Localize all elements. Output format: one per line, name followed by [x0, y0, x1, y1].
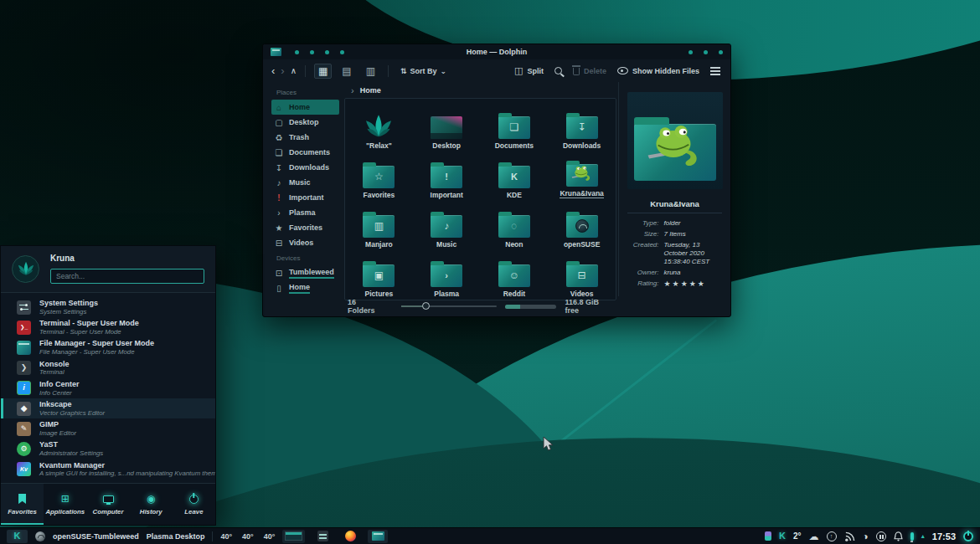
- place-music[interactable]: ♪ Music: [271, 175, 339, 190]
- task-dolphin[interactable]: [368, 530, 388, 543]
- titlebar-dot-1[interactable]: [295, 50, 299, 54]
- folder-view[interactable]: "Relax" Desktop ❏ Documents ↧ Downloads: [344, 98, 616, 300]
- application-launcher-button[interactable]: K: [7, 530, 28, 543]
- night-color-lamp-icon[interactable]: [910, 532, 914, 541]
- show-hidden-files-button[interactable]: Show Hidden Files: [617, 67, 699, 75]
- zoom-slider[interactable]: [401, 305, 497, 307]
- app-item-gimp[interactable]: ✎ GIMP Image Editor: [1, 418, 215, 439]
- folder-item-favorites[interactable]: ☆ Favorites: [345, 151, 413, 201]
- folder-item-relax[interactable]: "Relax": [345, 102, 413, 151]
- folder-item-neon[interactable]: ◌ Neon: [481, 201, 549, 250]
- back-button[interactable]: ‹: [271, 65, 275, 76]
- file-manager-su-icon: [17, 341, 31, 355]
- kvantum-icon: Kv: [17, 462, 31, 476]
- place-trash[interactable]: ♻ Trash: [271, 130, 339, 145]
- split-button[interactable]: ◫ Split: [514, 66, 544, 75]
- app-item-kvantum-manager[interactable]: Kv Kvantum Manager A simple GUI for inst…: [1, 459, 215, 480]
- titlebar-dot-4[interactable]: [340, 50, 344, 54]
- place-downloads[interactable]: ↧ Downloads: [271, 160, 339, 175]
- delete-button[interactable]: Delete: [573, 66, 606, 75]
- maximize-button[interactable]: [704, 50, 708, 54]
- search-button[interactable]: [554, 67, 562, 74]
- place-favorites[interactable]: ★ Favorites: [271, 220, 339, 235]
- folder-item-opensuse[interactable]: openSUSE: [548, 201, 616, 250]
- notifications-bell-icon[interactable]: [894, 531, 903, 541]
- tab-computer[interactable]: Computer: [86, 484, 129, 525]
- virtual-desktop-pager[interactable]: [282, 530, 305, 543]
- forward-button[interactable]: ›: [281, 65, 284, 76]
- place-important[interactable]: ! Important: [271, 190, 339, 205]
- app-item-yast[interactable]: ⚙ YaST Administrator Settings: [1, 439, 215, 459]
- folder-item-plasma[interactable]: › Plasma: [413, 250, 481, 300]
- titlebar-left-buttons: [295, 50, 344, 54]
- media-pause-icon[interactable]: [876, 531, 886, 541]
- place-desktop[interactable]: ▢ Desktop: [271, 115, 339, 130]
- rating-stars[interactable]: ★★★★★: [664, 280, 723, 289]
- app-item-file-manager-su[interactable]: File Manager - Super User Mode File Mana…: [1, 337, 215, 357]
- power-button[interactable]: [963, 531, 973, 541]
- app-item-konsole[interactable]: ❯ Konsole Terminal: [1, 358, 215, 378]
- task-firefox[interactable]: [340, 530, 360, 543]
- folder-item-videos[interactable]: ⊟ Videos: [548, 250, 616, 300]
- place-home[interactable]: ⌂ Home: [271, 100, 339, 115]
- app-item-terminal-su[interactable]: ❯_ Terminal - Super User Mode Terminal -…: [1, 317, 215, 337]
- network-signal-icon[interactable]: [844, 531, 855, 541]
- hamburger-menu-button[interactable]: [710, 70, 720, 72]
- places-panel: Places ⌂ Home ▢ Desktop ♻ Trash ❏ Docume…: [263, 82, 344, 296]
- toolbar-separator: [305, 65, 306, 77]
- folder-item-downloads[interactable]: ↧ Downloads: [548, 102, 616, 151]
- breadcrumb[interactable]: › Home: [344, 82, 616, 98]
- titlebar[interactable]: Home — Dolphin: [263, 44, 730, 59]
- folder-item-documents[interactable]: ❏ Documents: [481, 102, 549, 151]
- sort-by-button[interactable]: ⇅ Sort By ⌄: [400, 67, 446, 75]
- tray-kde-icon[interactable]: K: [779, 531, 786, 541]
- task-system-settings[interactable]: [312, 530, 333, 543]
- device-home[interactable]: ▯ Home: [271, 280, 339, 295]
- weather-temperature[interactable]: 2°: [793, 531, 802, 541]
- folder-item-kde[interactable]: K KDE: [481, 151, 549, 201]
- app-item-system-settings[interactable]: System Settings System Settings: [1, 297, 215, 317]
- titlebar-dot-3[interactable]: [325, 50, 329, 54]
- launcher-header: Kruna: [1, 246, 215, 293]
- place-documents[interactable]: ❏ Documents: [271, 145, 339, 160]
- view-compact-button[interactable]: ▤: [338, 64, 355, 79]
- search-input[interactable]: [50, 269, 204, 284]
- up-button[interactable]: ∧: [291, 67, 297, 75]
- folder-item-pictures[interactable]: ▣ Pictures: [345, 250, 413, 300]
- device-tumbleweed[interactable]: ⊡ Tumbleweed: [271, 265, 339, 280]
- folder-item-reddit[interactable]: ☺ Reddit: [481, 250, 549, 300]
- folder-item-manjaro[interactable]: ▥ Manjaro: [345, 201, 413, 250]
- system-settings-icon: [17, 300, 31, 315]
- folder-item-desktop[interactable]: Desktop: [413, 102, 481, 151]
- view-column: › Home: [344, 82, 618, 296]
- tab-leave[interactable]: Leave: [173, 484, 215, 525]
- place-videos[interactable]: ⊟ Videos: [271, 235, 339, 250]
- view-details-button[interactable]: ▥: [362, 64, 379, 79]
- app-item-inkscape[interactable]: ◆ Inkscape Vector Graphics Editor: [1, 398, 215, 418]
- downloads-icon: ↧: [275, 163, 283, 172]
- breadcrumb-current[interactable]: Home: [360, 86, 381, 95]
- place-plasma[interactable]: › Plasma: [271, 205, 339, 220]
- system-settings-task-icon: [317, 531, 328, 541]
- digital-clock[interactable]: 17:53: [932, 531, 956, 541]
- zoom-slider-handle[interactable]: [422, 302, 430, 310]
- close-button[interactable]: [719, 50, 723, 54]
- updates-icon[interactable]: ↑: [827, 531, 837, 541]
- tray-expander-caret-icon[interactable]: ▴: [921, 533, 925, 540]
- volume-icon[interactable]: ◑: [863, 531, 869, 541]
- info-row-size: Size: 7 Items: [627, 230, 723, 239]
- folder-item-kruna-ivana[interactable]: Kruna&Ivana: [548, 151, 616, 201]
- minimize-button[interactable]: [689, 50, 693, 54]
- folder-item-music[interactable]: ♪ Music: [413, 201, 481, 250]
- temperature-monitor[interactable]: 40° 40° 40°: [220, 532, 275, 541]
- tab-applications[interactable]: ⊞ Applications: [44, 484, 86, 525]
- view-icons-button[interactable]: ▦: [314, 64, 332, 79]
- app-item-info-center[interactable]: i Info Center Info Center: [1, 378, 215, 398]
- tab-history[interactable]: ◉ History: [130, 484, 173, 525]
- tab-favorites[interactable]: Favorites: [1, 484, 44, 525]
- avatar[interactable]: [12, 255, 39, 283]
- weather-cloud-icon[interactable]: ☁: [809, 531, 819, 541]
- tray-widget-icon[interactable]: [765, 531, 771, 541]
- titlebar-dot-2[interactable]: [310, 50, 314, 54]
- folder-item-important[interactable]: ! Important: [413, 151, 481, 201]
